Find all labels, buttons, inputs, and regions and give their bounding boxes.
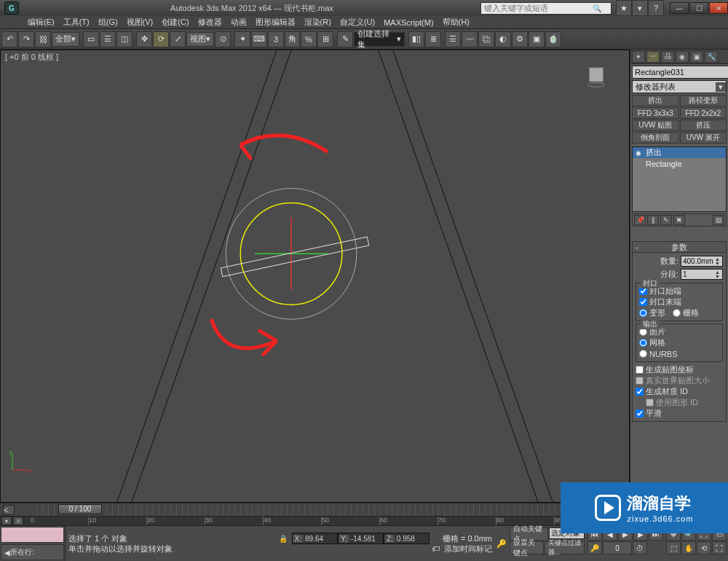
nav-region-icon[interactable]: ⬚: [666, 541, 681, 554]
menu-tools[interactable]: 工具(T): [59, 17, 94, 28]
app-icon[interactable]: G: [4, 1, 19, 15]
select-icon[interactable]: ▭: [83, 31, 99, 47]
segments-spinner[interactable]: ▲▼: [681, 269, 723, 280]
undo-icon[interactable]: ↶: [1, 31, 17, 47]
angle-snap-icon[interactable]: 角: [285, 31, 300, 47]
key-mode-toggle-icon[interactable]: 🔑: [587, 541, 602, 554]
maximize-button[interactable]: ☐: [689, 2, 708, 14]
mirror-icon[interactable]: ▮▯: [408, 31, 424, 47]
mod-btn-squeeze[interactable]: 挤压: [680, 119, 727, 131]
cap-grid-radio[interactable]: [673, 309, 681, 317]
minimize-button[interactable]: —: [670, 2, 689, 14]
infocenter-btn-2[interactable]: ▾: [632, 0, 648, 16]
ref-coord[interactable]: 视图 ▾: [186, 32, 214, 47]
configure-sets-icon[interactable]: ▤: [713, 215, 724, 225]
nav-maxtoggle-icon[interactable]: ⛶: [712, 541, 727, 554]
mod-btn-pathdeform[interactable]: 路径变形: [680, 95, 727, 106]
menu-modifiers[interactable]: 修改器: [194, 17, 226, 28]
infocenter-btn-3[interactable]: ?: [648, 0, 664, 16]
close-button[interactable]: ✕: [709, 2, 728, 14]
use-shape-id-check[interactable]: [646, 399, 654, 407]
make-unique-icon[interactable]: ✎: [660, 215, 672, 225]
curve-editor-icon[interactable]: 〰: [462, 31, 478, 47]
mod-btn-uvwmap[interactable]: UVW 贴图: [632, 119, 679, 131]
menu-help[interactable]: 帮助(H): [438, 17, 474, 28]
key-filters-button[interactable]: 关键点过滤器...: [545, 541, 585, 554]
gen-map-check[interactable]: [636, 366, 644, 374]
modifier-stack[interactable]: ◉ 挤出 Rectangle: [632, 146, 727, 212]
nav-pan2-icon[interactable]: ✋: [681, 541, 696, 554]
selection-filter[interactable]: 全部 ▾: [52, 32, 79, 47]
mod-btn-unwrap[interactable]: UVW 展开: [680, 132, 727, 144]
menu-graph[interactable]: 图形编辑器: [251, 17, 300, 28]
smooth-check[interactable]: [636, 409, 644, 417]
rollout-header[interactable]: -参数: [633, 242, 726, 253]
modifier-list-dropdown[interactable]: 修改器列表▾: [632, 80, 727, 93]
viewport-label[interactable]: [ +0 前 0 线框 ]: [5, 52, 58, 63]
hierarchy-tab-icon[interactable]: 品: [661, 51, 674, 63]
menu-customize[interactable]: 自定义(U): [336, 17, 379, 28]
viewport[interactable]: [ +0 前 0 线框 ] y x: [0, 50, 630, 503]
search-icon[interactable]: 🔍: [593, 4, 601, 12]
rotate-icon[interactable]: ⟳: [153, 31, 169, 47]
amount-spinner[interactable]: ▲▼: [681, 256, 723, 267]
goto-line-button[interactable]: ◀ 所在行:: [1, 544, 64, 560]
infocenter-btn-1[interactable]: ★: [616, 0, 632, 16]
manip-icon[interactable]: ✦: [234, 31, 250, 47]
time-slider[interactable]: 0 / 100: [58, 504, 102, 514]
output-nurbs-radio[interactable]: [639, 350, 647, 358]
show-end-icon[interactable]: ‖: [647, 215, 659, 225]
mod-btn-ffd2[interactable]: FFD 2x2x2: [680, 107, 727, 119]
spinner-snap-icon[interactable]: ⊞: [317, 31, 333, 47]
key-mode-icon[interactable]: 🔑: [496, 539, 507, 549]
menu-edit[interactable]: 编辑(E): [23, 17, 59, 28]
add-time-tag[interactable]: 添加时间标记: [444, 544, 492, 554]
align-icon[interactable]: ≣: [425, 31, 441, 47]
coord-z-field[interactable]: [395, 535, 429, 543]
utilities-tab-icon[interactable]: 🔧: [705, 51, 718, 63]
coord-x-field[interactable]: [304, 535, 337, 543]
viewcube-icon[interactable]: [585, 66, 607, 88]
object-name-field[interactable]: [632, 66, 728, 79]
set-key-button[interactable]: 设置关键点: [510, 541, 544, 554]
menu-render[interactable]: 渲染(R): [300, 17, 336, 28]
modify-tab-icon[interactable]: 〰: [646, 51, 660, 63]
rendered-frame-icon[interactable]: ▣: [529, 31, 545, 47]
menu-views[interactable]: 视图(V): [122, 17, 158, 28]
mod-btn-bevelprof[interactable]: 倒角剖面: [632, 132, 679, 144]
material-editor-icon[interactable]: ◐: [495, 31, 511, 47]
menu-animation[interactable]: 动画: [226, 17, 251, 28]
mod-btn-ffd3[interactable]: FFD 3x3x3: [632, 107, 679, 119]
redo-icon[interactable]: ↷: [18, 31, 34, 47]
keyboard-shortcut-icon[interactable]: ⌨: [251, 31, 267, 47]
trackbar-toggle-icon[interactable]: ▾: [1, 517, 12, 525]
stack-item-rectangle[interactable]: Rectangle: [633, 158, 726, 169]
nav-orbit-icon[interactable]: ⟲: [697, 541, 711, 554]
maxscript-mini-listener[interactable]: [1, 527, 64, 543]
mod-btn-extrude[interactable]: 挤出: [632, 95, 679, 106]
select-name-icon[interactable]: ☰: [100, 31, 116, 47]
render-icon[interactable]: 🍵: [545, 31, 561, 47]
current-frame-field[interactable]: 0: [603, 541, 632, 554]
lightbulb-icon[interactable]: ◉: [636, 149, 646, 157]
pin-stack-icon[interactable]: 📌: [634, 215, 646, 225]
render-setup-icon[interactable]: ⚙: [512, 31, 528, 47]
scale-icon[interactable]: ⤢: [170, 31, 186, 47]
percent-snap-icon[interactable]: %: [301, 31, 317, 47]
named-selection-set[interactable]: 创建选择集 ▾: [354, 32, 405, 47]
window-crossing-icon[interactable]: ◫: [116, 31, 132, 47]
layers-icon[interactable]: ☰: [445, 31, 461, 47]
time-config-icon[interactable]: ⏱: [633, 541, 647, 554]
create-tab-icon[interactable]: ✦: [632, 51, 645, 63]
pivot-icon[interactable]: ⊙: [215, 31, 231, 47]
help-search-input[interactable]: [481, 4, 590, 12]
real-world-check[interactable]: [636, 377, 644, 385]
coord-y-field[interactable]: [349, 535, 383, 543]
help-search[interactable]: 🔍: [480, 2, 612, 15]
trackbar-mini-icon[interactable]: ⎚: [13, 517, 23, 525]
motion-tab-icon[interactable]: ◉: [676, 51, 689, 63]
menu-group[interactable]: 组(G): [94, 17, 122, 28]
time-config-icon[interactable]: <: [3, 505, 15, 515]
cap-morph-radio[interactable]: [639, 309, 647, 317]
lock-icon[interactable]: 🔒: [279, 535, 288, 543]
